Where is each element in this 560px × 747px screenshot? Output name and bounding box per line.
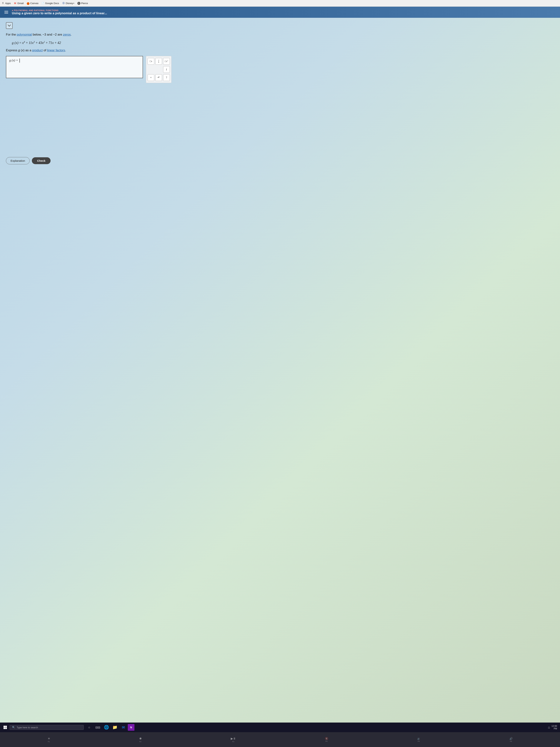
header-text-block: ● POLYNOMIAL AND RATIONAL FUNCTIONS Usin… [12,9,556,15]
mute-icon: 🔇 [325,737,328,740]
chrome-button[interactable]: 🌐 [102,723,110,731]
math-toolbar-row-2: i [148,66,170,73]
svg-rect-2 [3,727,5,729]
taskbar-search[interactable]: 🔍 Type here to search [10,725,84,730]
taskbar-right-area: ⌂ 12:00 PM [548,725,559,730]
linear-factors-link[interactable]: linear factors [47,49,65,52]
svg-rect-3 [5,727,7,729]
header-bar: ● POLYNOMIAL AND RATIONAL FUNCTIONS Usin… [0,7,560,18]
fraction-button[interactable]: a b [155,58,162,65]
key-f2[interactable]: ✱ F2 [139,737,142,743]
clock: 12:00 PM [552,725,557,730]
pierce-icon: ℹ [77,2,80,5]
task-view-button[interactable]: ⊟⊟ [94,723,102,731]
problem-statement: For the polynomial below, −3 and −2 are … [6,32,554,37]
math-toolbar: □n a b □√‾ i × ↶ ? [146,56,171,83]
key-f4[interactable]: 🔇 F4 [325,737,328,742]
answer-input-box[interactable]: g (x) = [6,56,143,78]
google-docs-label: Google Docs [45,2,59,5]
undo-button[interactable]: ↶ [155,74,162,81]
radical-button[interactable]: □√‾ [163,58,170,65]
play-pause-icon: ▶⏸ [231,737,236,740]
action-buttons: Explanation Check [6,157,554,169]
explanation-button[interactable]: Explanation [6,157,30,164]
canvas-label: Canvas [30,2,38,5]
brightness-down-icon: ☀ [48,737,50,740]
volume-up-icon: 🔊 [509,737,513,740]
answer-label: g (x) = [9,58,18,62]
hamburger-menu[interactable] [4,10,9,14]
express-period: . [65,49,66,52]
help-button[interactable]: ? [163,74,170,81]
start-button[interactable] [1,724,9,731]
keyboard-fn-row: ☀ F1 ✱ F2 ▶⏸ F3 🔇 F4 🔉 F5 🔊 F6 [0,732,560,747]
key-f1[interactable]: ☀ F1 [48,737,50,743]
svg-rect-1 [5,726,7,727]
math-formula: g (x) = x4 + 11x3 + 43x2 + 71x + 42 [12,41,554,45]
gx-expression: g [18,49,20,52]
windows-icon [3,725,7,729]
brightness-up-icon: ✱ [139,737,142,740]
superscript-button[interactable]: □n [148,58,154,65]
express-instruction: Express g (x) as a product of linear fac… [6,49,554,52]
zeros-link[interactable]: zeros [63,33,71,36]
main-content: ● POLYNOMIAL AND RATIONAL FUNCTIONS Usin… [0,7,560,723]
problem-intro2: below, −3 and −2 are [32,33,63,36]
google-docs-button[interactable]: 📄 Google Docs [42,2,59,5]
gmail-icon: M [14,2,17,5]
problem-intro: For the [6,33,17,36]
disney-label: Disney+ [66,2,75,5]
gmail-label: Gmail [18,2,24,5]
content-body: For the polynomial below, −3 and −2 are … [0,18,560,173]
apps-label: Apps [5,2,11,5]
product-link[interactable]: product [32,49,43,52]
math-toolbar-row-3: × ↶ ? [148,74,170,81]
text-cursor [20,58,20,62]
mail-button[interactable]: ✉ [119,723,127,731]
system-tray[interactable]: ⌂ [548,725,550,729]
pierce-button[interactable]: ℹ Pierce [77,2,88,5]
express-of: of [43,49,47,52]
check-button[interactable]: Check [32,157,51,164]
disney-icon: Ⓓ [62,2,65,5]
taskbar-apps: ○ ⊟⊟ 🌐 📁 ✉ N [85,723,134,731]
dropdown-button[interactable] [6,22,12,29]
canvas-button[interactable]: ⬤ Canvas [27,2,38,5]
files-button[interactable]: 📁 [111,723,119,731]
express-paren: (x) as a [20,49,32,52]
math-toolbar-row-1: □n a b □√‾ [148,58,170,65]
pierce-label: Pierce [81,2,88,5]
search-placeholder: Type here to search [17,726,38,729]
canvas-icon: ⬤ [27,2,30,5]
taskbar-bottom: 🔍 Type here to search ○ ⊟⊟ 🌐 📁 ✉ N ⌂ 12:… [0,723,560,732]
cortana-button[interactable]: ○ [85,723,93,731]
disney-button[interactable]: Ⓓ Disney+ [62,2,75,5]
apps-button[interactable]: ⠿ Apps [1,2,11,5]
gmail-button[interactable]: M Gmail [14,2,24,5]
docs-icon: 📄 [42,2,45,5]
grid-icon: ⠿ [1,2,4,5]
key-f3[interactable]: ▶⏸ F3 [231,737,236,743]
polynomial-link[interactable]: polynomial [17,33,32,36]
key-f6[interactable]: 🔊 F6 [509,737,513,742]
problem-period: . [71,33,72,36]
header-subtitle: ● POLYNOMIAL AND RATIONAL FUNCTIONS [12,9,556,11]
svg-rect-0 [3,726,5,727]
chevron-down-icon [8,25,11,26]
answer-container: g (x) = □n a b □√‾ i [6,56,554,83]
multiply-button[interactable]: × [148,74,154,81]
volume-down-icon: 🔉 [417,737,420,740]
onenote-button[interactable]: N [128,724,134,731]
key-f5[interactable]: 🔉 F5 [417,737,420,742]
search-icon: 🔍 [12,726,15,729]
top-taskbar: ⠿ Apps M Gmail ⬤ Canvas 📄 Google Docs Ⓓ … [0,0,560,7]
italic-i-button[interactable]: i [163,66,170,73]
express-intro: Express [6,49,18,52]
header-title: Using a given zero to write a polynomial… [12,11,556,15]
